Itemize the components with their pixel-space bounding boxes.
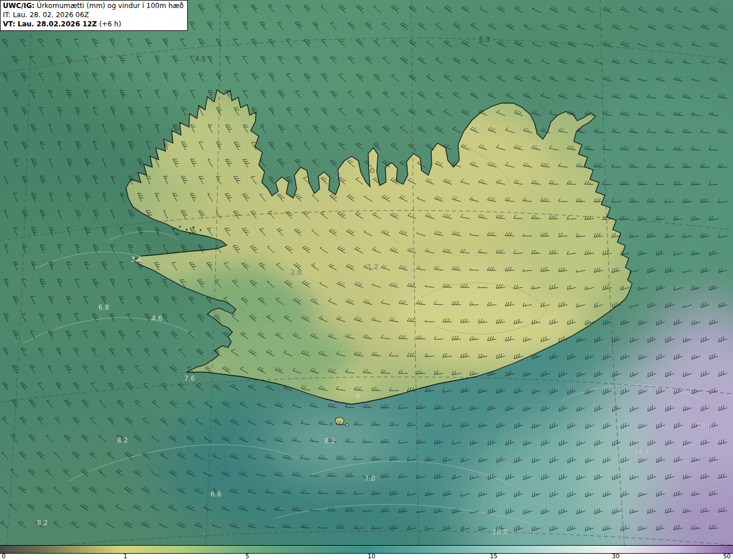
colorbar-tick: 50 — [723, 553, 731, 559]
valid-offset: (+6 h) — [97, 20, 121, 28]
colorbar-tick: 10 — [368, 553, 375, 559]
colorbar-tick: 30 — [612, 553, 620, 559]
dither-texture — [0, 0, 733, 560]
colorbar-tick: 5 — [246, 553, 250, 559]
colorbar-gradient — [0, 546, 733, 554]
init-time: IT: Lau. 28. 02. 2026 06Z — [3, 11, 184, 20]
colorbar: 01510153050 — [0, 545, 733, 560]
map-info-box: UWC/IG: Úrkomumætti (mm) og vindur í 100… — [0, 0, 188, 31]
colorbar-tick: 15 — [490, 553, 497, 559]
colorbar-tick: 1 — [123, 553, 127, 559]
colorbar-labels: 01510153050 — [0, 554, 733, 560]
precipitation-wind-forecast-map: 5.34.53.66.84.62.01.27.668.28.26.87.08.2… — [0, 0, 733, 560]
map-title: Úrkomumætti (mm) og vindur í 100m hæð — [34, 2, 183, 10]
valid-time: VT: Lau. 28.02.2026 12Z — [3, 20, 97, 28]
model-name: UWC/IG: — [3, 2, 34, 10]
colorbar-tick: 0 — [2, 553, 6, 559]
valid-time-line: VT: Lau. 28.02.2026 12Z (+6 h) — [3, 20, 184, 29]
map-canvas — [0, 0, 733, 560]
map-title-line: UWC/IG: Úrkomumætti (mm) og vindur í 100… — [3, 2, 184, 11]
